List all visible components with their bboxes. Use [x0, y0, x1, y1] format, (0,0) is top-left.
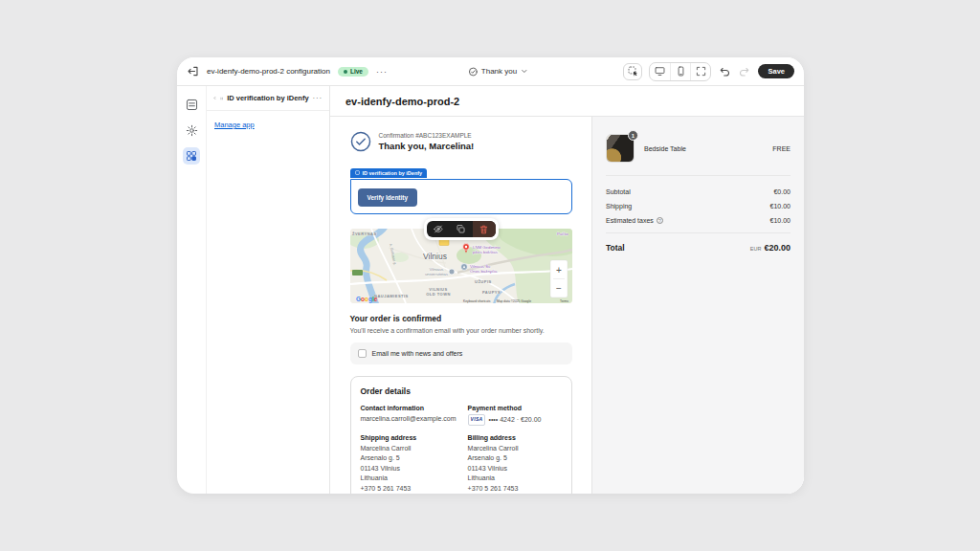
exit-icon[interactable]	[187, 65, 199, 77]
order-summary-panel: 1 Bedside Table FREE Subtotal €0.00 Ship…	[591, 117, 804, 494]
shipping-address-label: Shipping address	[361, 434, 457, 441]
shipping-row: Shipping €10.00	[606, 203, 791, 209]
map-label-lnm-2: pilies bokštas	[473, 250, 498, 254]
map-nav-arrow-icon	[460, 264, 467, 271]
settings-tab-icon[interactable]	[183, 121, 200, 139]
live-status-badge: Live	[338, 67, 368, 77]
configuration-title: ev-idenfy-demo-prod-2 configuration	[207, 67, 330, 76]
chevron-down-icon	[521, 68, 527, 75]
payment-method-label: Payment method	[468, 405, 562, 411]
total-value: €20.00	[764, 243, 791, 253]
topbar-more-menu[interactable]: ···	[376, 67, 388, 77]
app-block-tag: ID verification by iDenfy	[350, 168, 428, 178]
save-button[interactable]: Save	[758, 64, 794, 78]
thank-you-heading: Thank you, Marcelina!	[379, 141, 475, 151]
road-shield-green	[352, 270, 363, 276]
newsletter-label: Email me with news and offers	[372, 350, 463, 357]
subtotal-value: €0.00	[773, 188, 791, 195]
preview-page-title: ev-idenfy-demo-prod-2	[330, 86, 804, 117]
checkout-preview: Confirmation #ABC123EXAMPLE Thank you, M…	[330, 117, 591, 494]
map-label-zverynas: ŽVĖRYNAS	[352, 231, 377, 236]
newsletter-checkbox[interactable]	[358, 349, 367, 358]
app-block-tag-icon	[355, 170, 360, 175]
manage-app-link[interactable]: Manage app	[214, 121, 255, 129]
total-row: Total EUR €20.00	[606, 232, 791, 253]
apps-tab-icon[interactable]	[183, 147, 200, 165]
product-thumbnail: 1	[606, 134, 635, 163]
map-label-naujamiestis: NAUJAMIESTIS	[374, 294, 409, 298]
panel-more-menu[interactable]: ···	[313, 94, 323, 102]
page-selector-label: Thank you	[481, 67, 517, 76]
confirmation-number: Confirmation #ABC123EXAMPLE	[379, 132, 475, 139]
map-poi-circle-icon	[449, 269, 455, 275]
map-label-paupys: PAUPYS	[482, 290, 501, 295]
page-selector[interactable]: Thank you	[468, 67, 527, 77]
map-zoom-control: + −	[550, 260, 568, 298]
map-label-city: Vilnius	[423, 252, 447, 261]
order-confirmed-title: Your order is confirmed	[350, 314, 572, 323]
map-label-university-2: universitetas	[424, 272, 447, 276]
fullscreen-view-button[interactable]	[690, 63, 710, 80]
taxes-row: Estimated taxes ? €10.00	[606, 217, 791, 224]
editor-window: ev-idenfy-demo-prod-2 configuration Live…	[177, 57, 804, 494]
sidebar-rail	[177, 86, 206, 494]
panel-title: ID verification by iDenfy	[227, 94, 308, 102]
live-dot-icon	[344, 70, 347, 74]
viewport-switcher	[649, 62, 711, 81]
product-name: Bedside Table	[644, 145, 763, 152]
shipping-label: Shipping	[606, 203, 632, 209]
order-details-title: Order details	[361, 386, 562, 396]
order-confirmed-subtitle: You'll receive a confirmation email with…	[350, 327, 572, 334]
map-keyboard-shortcuts-link[interactable]: Keyboard shortcuts	[463, 299, 491, 303]
line-item-row: 1 Bedside Table FREE	[606, 134, 791, 163]
app-mini-icon	[220, 95, 223, 102]
app-settings-panel: ID verification by iDenfy ··· Manage app	[206, 86, 330, 494]
map-label-onos-2: Onos bažnyčia	[470, 269, 498, 274]
billing-address: Marcelina Carroll Arsenalo g. 5 01143 Vi…	[468, 444, 562, 495]
contact-info-label: Contact information	[361, 405, 457, 411]
subtotal-row: Subtotal €0.00	[606, 188, 791, 195]
sections-tab-icon[interactable]	[183, 96, 200, 113]
subtotal-label: Subtotal	[606, 188, 631, 195]
shipping-address: Marcelina Carroll Arsenalo g. 5 01143 Vi…	[361, 444, 457, 495]
delete-block-button[interactable]	[473, 221, 496, 237]
map-label-oldtown-2: OLD TOWN	[426, 292, 451, 297]
undo-button[interactable]	[718, 65, 731, 78]
zoom-out-button[interactable]: −	[556, 283, 562, 294]
total-label: Total	[606, 243, 625, 253]
billing-address-label: Billing address	[468, 434, 562, 441]
idenfy-app-block[interactable]: ID verification by iDenfy Verify Identit…	[350, 162, 572, 214]
zoom-in-button[interactable]: +	[556, 265, 562, 276]
currency-code: EUR	[750, 246, 762, 252]
block-toolbar	[424, 218, 499, 240]
duplicate-block-button[interactable]	[450, 221, 473, 237]
taxes-value: €10.00	[770, 217, 791, 224]
redo-button[interactable]	[738, 65, 751, 78]
payment-method-value: •••• 4242 · €20.00	[488, 415, 541, 426]
topbar: ev-idenfy-demo-prod-2 configuration Live…	[177, 57, 804, 86]
thank-you-page-icon	[468, 67, 478, 77]
map-label-pucko: Pučko	[557, 231, 569, 236]
verify-identity-button[interactable]: Verify Identity	[358, 188, 418, 207]
taxes-info-icon[interactable]: ?	[657, 217, 663, 224]
inspect-button[interactable]	[623, 63, 642, 80]
back-chevron-icon[interactable]	[213, 95, 216, 101]
order-details-card: Order details Contact information marcel…	[350, 376, 572, 494]
google-logo[interactable]: Google	[356, 296, 378, 303]
product-price: FREE	[772, 145, 791, 152]
newsletter-optin: Email me with news and offers	[350, 342, 572, 364]
quantity-badge: 1	[628, 130, 638, 141]
map-data-attribution: Map data ©2025 Google	[497, 299, 531, 303]
mobile-view-button[interactable]	[670, 63, 690, 80]
shipping-value: €10.00	[770, 203, 791, 209]
contact-email: marcelina.carroll@example.com	[361, 414, 457, 425]
desktop-view-button[interactable]	[650, 63, 670, 80]
order-confirmed-check-icon	[350, 131, 371, 152]
map-terms-link[interactable]: Terms	[560, 299, 568, 303]
visa-card-icon: VISA	[468, 414, 486, 426]
map-label-uzupis: UŽUPIS	[475, 279, 492, 284]
taxes-label: Estimated taxes	[606, 217, 654, 224]
hide-block-button[interactable]	[427, 221, 450, 237]
